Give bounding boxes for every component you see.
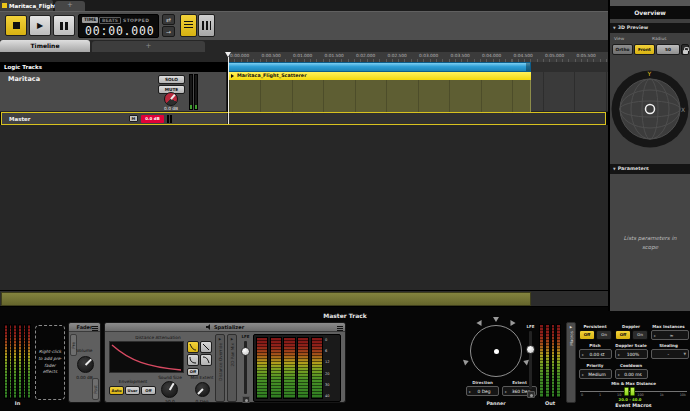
min-extent-label: Min Extent	[187, 375, 217, 380]
spatializer-panel-header[interactable]: Spatializer	[105, 323, 345, 332]
clip-play-icon	[231, 74, 234, 78]
event-macros-panel: Persistent Off On Doppler Off On Max Ins…	[578, 322, 689, 403]
loop-playback-button[interactable]: ⇄	[162, 14, 175, 25]
spinner-icon: ▸	[469, 389, 471, 394]
min-max-distance-slider[interactable]: 01101001k10k 20.0 - 40.0	[580, 387, 687, 401]
lfe-slider[interactable]	[244, 341, 247, 394]
track-header-maritaca[interactable]: Maritaca SOLO MUTE 0.0 dB	[0, 72, 227, 112]
section-parameters[interactable]: ▼ Parameters	[610, 164, 690, 174]
instrument-clip[interactable]: Maritaca_Flight_Scatterer	[228, 72, 531, 112]
track-header-master[interactable]: Master M 0.0 dB	[2, 113, 228, 124]
persistent-on-button[interactable]: On	[596, 330, 612, 340]
curve-linear-button[interactable]	[200, 341, 212, 353]
pitch-field[interactable]: ▸ 0.00 st	[579, 349, 612, 359]
post-fader-tab[interactable]: Post	[92, 378, 99, 400]
time-mode-toggle[interactable]: TIME	[82, 17, 98, 23]
track-volume-knob[interactable]	[164, 92, 178, 106]
max-instances-field[interactable]: ▸ ∞	[651, 330, 689, 340]
master-volume-value[interactable]: 0.0 dB	[141, 115, 164, 123]
lock-icon[interactable]	[681, 44, 689, 55]
doppler-off-button[interactable]: Off	[615, 330, 631, 340]
overview-panel-title: Overview	[610, 6, 690, 19]
lfe-mute-button[interactable]	[527, 391, 535, 398]
lfe-slider-handle[interactable]	[241, 347, 250, 356]
follow-playhead-button[interactable]: →	[162, 26, 175, 37]
add-sheet-button[interactable]: +	[92, 41, 205, 52]
master-track-deck: Master Track In Right-click to add pre-f…	[0, 311, 690, 411]
overview-panel: Overview ▼ 3D Preview View Radius Ortho …	[610, 0, 690, 311]
front-button[interactable]: Front	[634, 44, 655, 55]
deck-title: Master Track	[0, 312, 690, 319]
collapse-icon: ▼	[613, 23, 616, 33]
doppler-scale-field[interactable]: ▸ 100%	[615, 349, 648, 359]
lfe-slider-handle[interactable]	[526, 345, 535, 354]
menu-icon[interactable]	[337, 326, 343, 331]
curve-inverse-tapered-button[interactable]	[200, 354, 212, 366]
distance-attenuation-graph[interactable]	[109, 341, 184, 373]
beats-mode-toggle[interactable]: BEATS	[99, 17, 121, 24]
fader-panel: Fader Pre Volume 0.00 dB Post	[68, 322, 101, 403]
lanes-view-toggle[interactable]	[198, 14, 215, 37]
panner-position-handle[interactable]	[494, 349, 499, 354]
timeline-ruler[interactable]: 0:00.0000:00.5000:01.0000:01.5000:02.000…	[228, 52, 608, 62]
clip-title-bar[interactable]: Maritaca_Flight_Scatterer	[228, 72, 531, 80]
view-label: View	[614, 36, 624, 41]
new-event-tab-button[interactable]: +	[55, 1, 85, 11]
solo-button[interactable]: SOLO	[158, 75, 185, 84]
2d-pan-mix-drawer[interactable]: ▶ 2D Pan Mix	[227, 334, 237, 402]
persistent-off-button[interactable]: Off	[579, 330, 595, 340]
tab-timeline[interactable]: Timeline	[0, 40, 90, 52]
timeline-region-bar[interactable]	[228, 62, 531, 72]
play-button[interactable]: ▶	[29, 15, 51, 36]
min-extent-knob[interactable]	[195, 382, 210, 397]
prefader-effects-dropzone[interactable]: Right-click to add pre-fader effects	[35, 325, 65, 400]
envelopment-auto-button[interactable]: Auto	[109, 386, 124, 395]
distance-override-drawer[interactable]: ▶ Distance Override	[215, 334, 225, 402]
envelopment-user-button[interactable]: User	[125, 386, 140, 395]
lfe-label: LFE	[241, 334, 249, 339]
tab-event[interactable]: Maritaca_Flight	[0, 0, 53, 11]
spatializer-panel: Spatializer Distance Attenuation Off Env…	[104, 322, 346, 403]
playback-status: STOPPED	[123, 18, 149, 23]
loop-icon: ⇄	[166, 16, 171, 23]
surround-panner[interactable]	[470, 325, 522, 377]
radius-slider[interactable]: 50	[656, 44, 680, 55]
menu-icon[interactable]	[92, 326, 98, 331]
min-max-distance-value: 20.0 - 40.0	[609, 397, 651, 402]
section-3d-preview[interactable]: ▼ 3D Preview	[610, 23, 690, 33]
master-track-row[interactable]: Master M 0.0 dB	[1, 112, 606, 125]
pause-button[interactable]	[53, 15, 75, 36]
lfe-slider[interactable]	[529, 331, 532, 389]
fader-panel-header[interactable]: Fader	[69, 323, 100, 332]
timeline-overview-range[interactable]	[1, 292, 531, 306]
master-mute-button[interactable]: M	[129, 115, 138, 122]
meter-scale-value: 30	[325, 383, 338, 387]
direction-field[interactable]: ▸ 0 Deg	[466, 386, 499, 396]
doppler-on-button[interactable]: On	[632, 330, 648, 340]
clip-body[interactable]	[228, 80, 531, 112]
transport-display: TIME BEATS STOPPED 00:00.000	[78, 14, 159, 38]
envelopment-off-button[interactable]: Off	[141, 386, 156, 395]
event-tab-label: Maritaca_Flight	[9, 3, 57, 9]
lfe-mute-button[interactable]	[242, 396, 250, 403]
macros-drawer[interactable]: ▶ Macros	[566, 322, 576, 403]
curve-linear-squared-button[interactable]	[187, 341, 199, 353]
3d-preview-sphere[interactable]: Y X	[611, 56, 689, 162]
ortho-button[interactable]: Ortho	[612, 44, 633, 55]
ruler-tick-label: 0:01.500	[325, 53, 344, 58]
output-meters-label: Out	[535, 400, 565, 406]
sound-size-knob[interactable]	[161, 381, 178, 398]
stealing-dropdown[interactable]: - ▼	[651, 349, 689, 359]
cooldown-field[interactable]: ▸ 0.00 ms	[615, 369, 648, 379]
min-max-distance-handles[interactable]	[624, 387, 635, 396]
ruler-tick-label: 0:02.500	[388, 53, 407, 58]
pause-icon	[60, 22, 68, 30]
tracks-view-toggle[interactable]	[180, 14, 197, 37]
stealing-label: Stealing	[648, 343, 689, 348]
priority-field[interactable]: ▸ Medium	[579, 369, 612, 379]
playhead-marker[interactable]	[225, 52, 231, 57]
stop-button[interactable]	[5, 15, 27, 36]
transport-bar: ▶ TIME BEATS STOPPED 00:00.000 ⇄ →	[0, 11, 608, 40]
volume-knob[interactable]	[77, 356, 94, 373]
curve-inverse-button[interactable]	[187, 354, 199, 366]
